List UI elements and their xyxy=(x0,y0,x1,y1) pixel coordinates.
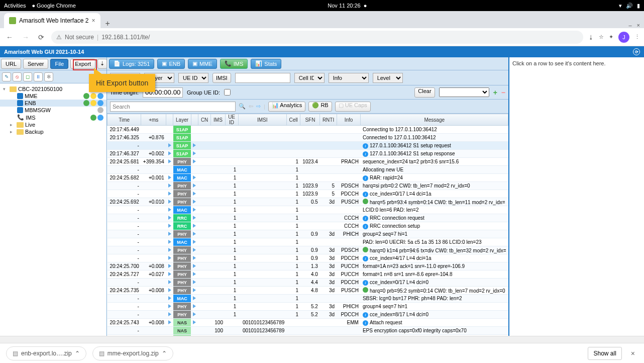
stop-icon[interactable]: ⦸ xyxy=(13,72,22,81)
chevron-up-icon[interactable]: ⌃ xyxy=(75,350,80,357)
pause-icon[interactable]: ⏸ xyxy=(34,72,43,81)
prev-icon[interactable]: ⇦ xyxy=(249,103,253,110)
log-row[interactable]: -PHY111023.95PDCCHicce_index=0/17 L=4 dc… xyxy=(108,190,508,198)
log-row[interactable]: 20:24:25.727+0.027PHY114.03dPUCCHformat=… xyxy=(108,270,508,279)
download-item[interactable]: ▤enb-export.lo….zip⌃ xyxy=(6,346,86,360)
record-icon[interactable]: ◻ xyxy=(23,72,32,81)
bottom-scrollbar[interactable] xyxy=(0,336,644,343)
log-row[interactable]: -PHY111023.95PDSCHharq=si prb=0:2 CW0: t… xyxy=(108,182,508,190)
col-header[interactable]: Message xyxy=(361,114,508,126)
tree-item-ims[interactable]: 📞IMS xyxy=(0,114,106,121)
logs-button[interactable]: 📄 Logs: 3251 xyxy=(109,59,154,69)
activities[interactable]: Activities xyxy=(4,3,26,9)
stats-button[interactable]: 📊 Stats xyxy=(251,59,281,69)
tab-url[interactable]: URL xyxy=(1,59,21,69)
tree-live[interactable]: ▸Live xyxy=(0,121,106,128)
gear-icon[interactable]: ✻ xyxy=(44,72,53,81)
current-app[interactable]: ● Google Chrome xyxy=(32,3,75,9)
col-header[interactable]: UE ID xyxy=(225,114,238,126)
col-header[interactable] xyxy=(166,114,173,126)
profile-avatar[interactable]: J xyxy=(618,32,629,43)
log-row[interactable]: 20:24:25.735+0.008PHY114.83dPUSCHharq=0 … xyxy=(108,287,508,295)
forward-button[interactable]: → xyxy=(20,33,31,41)
col-header[interactable]: IMS xyxy=(211,114,225,126)
log-row[interactable]: -RRC11CCCHiRRC connection request xyxy=(108,214,508,222)
app-reload-icon[interactable]: ⟳ xyxy=(633,48,640,55)
more-icon[interactable]: ⇣ xyxy=(97,59,107,69)
download-item[interactable]: ▤mme-export.log.zip⌃ xyxy=(92,346,173,360)
imsi-input[interactable] xyxy=(235,73,290,83)
log-row[interactable]: -PHY115.23dPHICHgroup=4 seq=7 hi=1 xyxy=(108,303,508,311)
cellid-select[interactable]: Cell ID xyxy=(294,73,325,83)
col-header[interactable]: +ms xyxy=(141,114,166,126)
chevron-up-icon[interactable]: ⌃ xyxy=(162,350,167,357)
log-row[interactable]: 20:24:25.692+0.010PHY110.53dPUSCHharq=5 … xyxy=(108,198,508,206)
log-row[interactable]: -MAC11Allocating new UE xyxy=(108,166,508,174)
preset-select[interactable] xyxy=(439,87,489,97)
col-header[interactable]: Info xyxy=(337,114,361,126)
menu-icon[interactable]: ⋮ xyxy=(634,34,640,40)
address-bar[interactable]: ⚠ Not secure | 192.168.1.101/lte/ xyxy=(51,31,583,44)
log-row[interactable]: -S1APi127.0.1.100:36412 S1 setup request xyxy=(108,142,508,150)
wifi-icon[interactable]: ▾ xyxy=(619,3,622,9)
remove-icon[interactable]: − xyxy=(501,88,505,97)
log-row[interactable]: -PHY110.93dPDCCHicce_index=4/17 L=4 dci=… xyxy=(108,254,508,262)
new-tab-button[interactable]: + xyxy=(100,19,115,28)
log-row[interactable]: -PHY114.43dPDCCHicce_index=0/17 L=4 dci=… xyxy=(108,279,508,287)
col-header[interactable]: Layer xyxy=(173,114,191,126)
battery-icon[interactable]: ▮ xyxy=(637,3,640,9)
back-button[interactable]: ← xyxy=(4,33,15,41)
log-row[interactable]: -MAC11LCID:0 len=6 PAD: len=2 xyxy=(108,206,508,214)
log-row[interactable]: -MAC11SBSR: lcg=0 bs=17 PHR: ph=48 PAD: … xyxy=(108,295,508,303)
log-row[interactable]: -MAC11PAD: len=0 UECRI: 5a c5 1a 35 13 8… xyxy=(108,238,508,246)
log-row[interactable]: 20:24:25.681+399.354PHY11023.4PRACHseque… xyxy=(108,158,508,166)
log-row[interactable]: -NAS100001010123456789EPS encryption cap… xyxy=(108,327,508,335)
bookmark-icon[interactable]: ☆ xyxy=(599,34,604,40)
rb-button[interactable]: 🟢 RB xyxy=(308,102,332,112)
log-row[interactable]: -PHY110.93dPHICHgroup=2 seq=7 hi=1 xyxy=(108,230,508,238)
log-grid-wrap[interactable]: Time+msLayerCNIMSUE IDIMSICellSFNRNTIInf… xyxy=(107,114,508,336)
log-row[interactable]: -RRC11CCCHiRRC connection setup xyxy=(108,222,508,230)
show-all-button[interactable]: Show all xyxy=(588,347,621,360)
tree-backup[interactable]: ▸Backup xyxy=(0,128,106,135)
log-row[interactable]: 20:17:46.327+0.002S1APi127.0.1.100:36412… xyxy=(108,150,508,158)
enb-button[interactable]: ▣ ENB xyxy=(157,59,185,69)
col-header[interactable]: IMSI xyxy=(238,114,286,126)
group-ueid-checkbox[interactable] xyxy=(224,89,231,96)
log-row[interactable]: 20:17:45.449S1APConnecting to 127.0.1.10… xyxy=(108,126,508,134)
add-icon[interactable]: + xyxy=(493,88,497,97)
tree-item-mbmsgw[interactable]: MBMSGW xyxy=(0,107,106,114)
binoculars-icon[interactable]: 🔍 xyxy=(239,103,246,110)
log-row[interactable]: 20:24:25.682+0.001MAC11iRAR: rapid=24 xyxy=(108,174,508,182)
col-header[interactable] xyxy=(191,114,198,126)
info-select[interactable]: Info xyxy=(329,73,369,83)
imsi-button[interactable]: IMSI xyxy=(212,73,231,83)
mme-button[interactable]: ▣ MME xyxy=(188,59,217,69)
reload-button[interactable]: ⟳ xyxy=(36,33,46,41)
log-row[interactable]: -PHY110.93dPDSCHharq=0 k1=4 prb=94:6 tx=… xyxy=(108,246,508,254)
tab-file[interactable]: File xyxy=(50,59,68,69)
next-icon[interactable]: ⇨ xyxy=(256,103,261,110)
level-select[interactable]: Level xyxy=(373,73,403,83)
search-input[interactable] xyxy=(110,102,236,112)
col-header[interactable]: CN xyxy=(198,114,211,126)
minimize-icon[interactable]: – xyxy=(628,22,631,28)
analytics-button[interactable]: 📊 Analytics xyxy=(268,102,305,112)
tree-item-mme[interactable]: MME xyxy=(0,93,106,100)
export-button[interactable]: Export xyxy=(70,59,95,69)
log-row[interactable]: 20:24:25.700+0.008PHY111.33dPUCCHformat=… xyxy=(108,262,508,270)
log-row[interactable]: -PHY115.23dPDCCHicce_index=8/17 L=4 dci=… xyxy=(108,311,508,319)
uecaps-button[interactable]: ▢ UE Caps xyxy=(335,102,371,112)
close-window-icon[interactable]: × xyxy=(637,22,640,28)
log-row[interactable]: 20:24:25.743+0.008NAS100001010123456789E… xyxy=(108,319,508,327)
ims-button[interactable]: 📞 IMS xyxy=(220,59,248,69)
tab-close-icon[interactable]: × xyxy=(92,17,95,24)
volume-icon[interactable]: 🔊 xyxy=(626,3,633,9)
col-header[interactable]: Cell xyxy=(286,114,300,126)
download-icon[interactable]: ⭳ xyxy=(588,34,594,40)
clear-button[interactable]: Clear xyxy=(414,87,435,98)
tree-item-enb[interactable]: ENB xyxy=(0,100,106,107)
log-row[interactable]: -NAS100001010123456789GUTI not found xyxy=(108,335,508,336)
log-row[interactable]: 20:17:46.325+0.876S1APConnected to 127.0… xyxy=(108,134,508,142)
tab-server[interactable]: Server xyxy=(23,59,48,69)
